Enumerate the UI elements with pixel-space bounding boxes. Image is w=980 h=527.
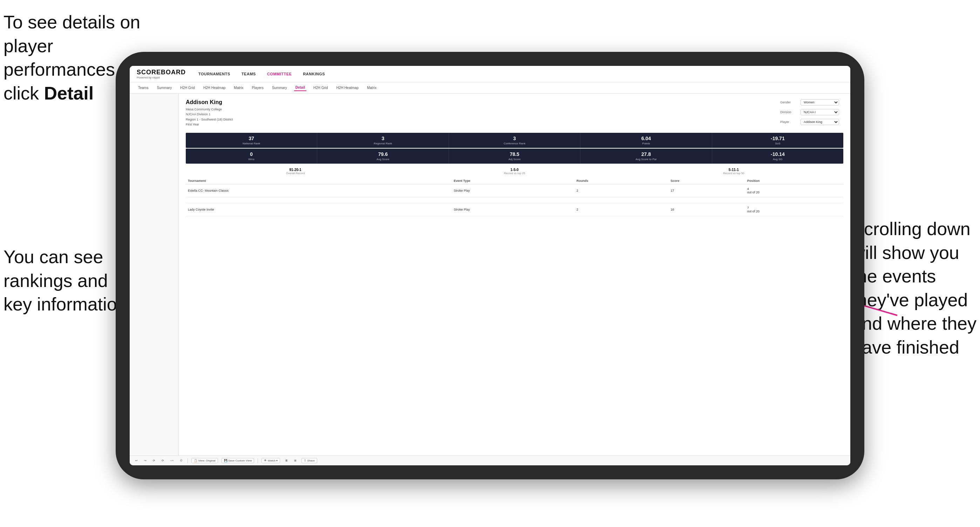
td-score-3: 16 bbox=[668, 203, 745, 216]
division-select[interactable]: NJCAA I NJCAA II bbox=[800, 109, 839, 115]
nav-committee[interactable]: COMMITTEE bbox=[265, 70, 294, 78]
annotation-bl3: key information bbox=[3, 294, 127, 314]
subnav-h2hgrid2[interactable]: H2H Grid bbox=[312, 85, 329, 91]
toolbar-timer[interactable]: ⏱ bbox=[178, 458, 184, 463]
annotation-r3: the events bbox=[852, 266, 936, 286]
annotation-line2: player performances bbox=[3, 36, 115, 80]
tablet-frame: SCOREBOARD Powered by clippd TOURNAMENTS… bbox=[116, 52, 864, 479]
stat-adj-score-label: Adj Score bbox=[450, 158, 579, 161]
stat-avg-score-par-value: 27.8 bbox=[582, 151, 710, 157]
tournament-table: Tournament Event Type Rounds Score Posit… bbox=[186, 178, 843, 216]
td-rounds-3: 2 bbox=[574, 203, 668, 216]
td-score-2-empty bbox=[668, 197, 745, 203]
record-top25-value: 1-5-0 bbox=[405, 168, 624, 172]
sub-nav: Teams Summary H2H Grid H2H Heatmap Matri… bbox=[130, 83, 850, 94]
stat-avg-sg: -10.14 Avg SG bbox=[712, 149, 843, 163]
annotation-r2: will show you bbox=[852, 243, 959, 263]
annotation-bottomleft: You can see rankings and key information bbox=[3, 245, 127, 316]
stat-sos: -19.71 SoS bbox=[712, 133, 843, 148]
subnav-teams[interactable]: Teams bbox=[137, 85, 150, 91]
nav-teams[interactable]: TEAMS bbox=[239, 70, 258, 78]
stat-conference-rank: 3 Conference Rank bbox=[449, 133, 581, 148]
toolbar-save-custom[interactable]: 💾 Save Custom View bbox=[221, 458, 255, 463]
toolbar-undo[interactable]: ↩ bbox=[134, 458, 139, 463]
record-overall-value: 91-20-1 bbox=[186, 168, 405, 172]
th-score: Score bbox=[668, 178, 745, 184]
subnav-h2hheatmap[interactable]: H2H Heatmap bbox=[202, 85, 227, 91]
toolbar-grid[interactable]: ⊞ bbox=[293, 458, 298, 463]
stat-regional-rank-value: 3 bbox=[318, 136, 447, 141]
th-tournament: Tournament bbox=[186, 178, 452, 184]
td-eventtype-2-empty bbox=[452, 197, 574, 203]
player-college: Mesa Community College bbox=[186, 107, 776, 112]
annotation-bl1: You can see bbox=[3, 247, 103, 267]
td-position-3: 7out of 20 bbox=[745, 203, 843, 216]
player-info-right: Gender Women Men Division NJCAA I bbox=[780, 99, 843, 129]
toolbar-refresh2[interactable]: ⟳ bbox=[160, 458, 165, 463]
gender-select[interactable]: Women Men bbox=[800, 99, 839, 105]
division-label: Division bbox=[780, 110, 798, 114]
td-position-2-empty bbox=[745, 197, 843, 203]
player-header: Addison King Mesa Community College NJCA… bbox=[186, 99, 843, 129]
subnav-detail[interactable]: Detail bbox=[294, 84, 306, 91]
annotation-bl2: rankings and bbox=[3, 270, 108, 291]
stat-conference-rank-label: Conference Rank bbox=[450, 142, 579, 145]
th-rounds: Rounds bbox=[574, 178, 668, 184]
player-division: NJCAA Division 1 bbox=[186, 112, 776, 117]
player-info-left: Addison King Mesa Community College NJCA… bbox=[186, 99, 776, 129]
subnav-h2hgrid[interactable]: H2H Grid bbox=[179, 85, 196, 91]
stat-avg-sg-label: Avg SG bbox=[714, 158, 842, 161]
annotation-r5: and where they bbox=[852, 313, 977, 333]
player-label: Player bbox=[780, 120, 798, 124]
gender-label: Gender bbox=[780, 100, 798, 104]
nav-tournaments[interactable]: TOURNAMENTS bbox=[196, 70, 232, 78]
td-tournament-3: Lady Coyote Invite bbox=[186, 203, 452, 216]
subnav-h2hheatmap2[interactable]: H2H Heatmap bbox=[335, 85, 360, 91]
player-name: Addison King bbox=[186, 99, 776, 105]
nav-rankings[interactable]: RANKINGS bbox=[301, 70, 327, 78]
bottom-toolbar: ↩ ↪ ⟳ ⟳ −+ ⏱ 📋 View: Original 💾 Save Cus… bbox=[130, 456, 850, 465]
td-rounds-2-empty bbox=[574, 197, 668, 203]
th-event-type: Event Type bbox=[452, 178, 574, 184]
stat-sos-value: -19.71 bbox=[714, 136, 842, 141]
toolbar-watch[interactable]: 👁 Watch ▾ bbox=[261, 458, 280, 463]
subnav-matrix[interactable]: Matrix bbox=[232, 85, 245, 91]
player-select[interactable]: Addison King bbox=[800, 119, 839, 125]
toolbar-sep2 bbox=[258, 458, 258, 463]
toolbar-screen[interactable]: 🖥 bbox=[283, 458, 289, 463]
player-region: Region 1 - Southwest (18) District bbox=[186, 117, 776, 122]
record-top50-label: Record vs top 50 bbox=[624, 172, 843, 175]
left-sidebar bbox=[130, 94, 179, 456]
subnav-summary[interactable]: Summary bbox=[155, 85, 173, 91]
gender-row: Gender Women Men bbox=[780, 99, 843, 105]
subnav-summary2[interactable]: Summary bbox=[270, 85, 288, 91]
subnav-matrix2[interactable]: Matrix bbox=[366, 85, 378, 91]
table-row bbox=[186, 197, 843, 203]
toolbar-share[interactable]: ⇧ Share bbox=[301, 458, 317, 463]
record-top50-value: 5-11-1 bbox=[624, 168, 843, 172]
record-top50: 5-11-1 Record vs top 50 bbox=[624, 168, 843, 175]
annotation-r6: have finished bbox=[852, 337, 959, 357]
subnav-players[interactable]: Players bbox=[251, 85, 265, 91]
stat-wins-value: 0 bbox=[187, 151, 315, 157]
logo-sub: Powered by clippd bbox=[137, 76, 186, 79]
stat-avg-score-par: 27.8 Avg Score to Par bbox=[581, 149, 712, 163]
stat-national-rank: 37 National Rank bbox=[186, 133, 317, 148]
toolbar-view-original[interactable]: 📋 View: Original bbox=[191, 458, 218, 463]
top-nav-items: TOURNAMENTS TEAMS COMMITTEE RANKINGS bbox=[196, 70, 327, 78]
logo-text: SCOREBOARD bbox=[137, 69, 186, 76]
annotation-bold: Detail bbox=[44, 83, 94, 103]
logo-area: SCOREBOARD Powered by clippd bbox=[137, 69, 186, 79]
annotation-r4: they've played bbox=[852, 290, 968, 310]
annotation-right: Scrolling down will show you the events … bbox=[852, 217, 977, 360]
toolbar-refresh1[interactable]: ⟳ bbox=[151, 458, 157, 463]
stat-avg-score-par-label: Avg Score to Par bbox=[582, 158, 710, 161]
toolbar-zoom[interactable]: −+ bbox=[169, 458, 175, 463]
annotation-line1: To see details on bbox=[3, 12, 140, 32]
stats-row1: 37 National Rank 3 Regional Rank 3 Confe… bbox=[186, 133, 843, 148]
td-eventtype-3: Stroke Play bbox=[452, 203, 574, 216]
content-panel: Addison King Mesa Community College NJCA… bbox=[179, 94, 850, 456]
stat-avg-sg-value: -10.14 bbox=[714, 151, 842, 157]
division-row: Division NJCAA I NJCAA II bbox=[780, 109, 843, 115]
toolbar-redo[interactable]: ↪ bbox=[143, 458, 148, 463]
